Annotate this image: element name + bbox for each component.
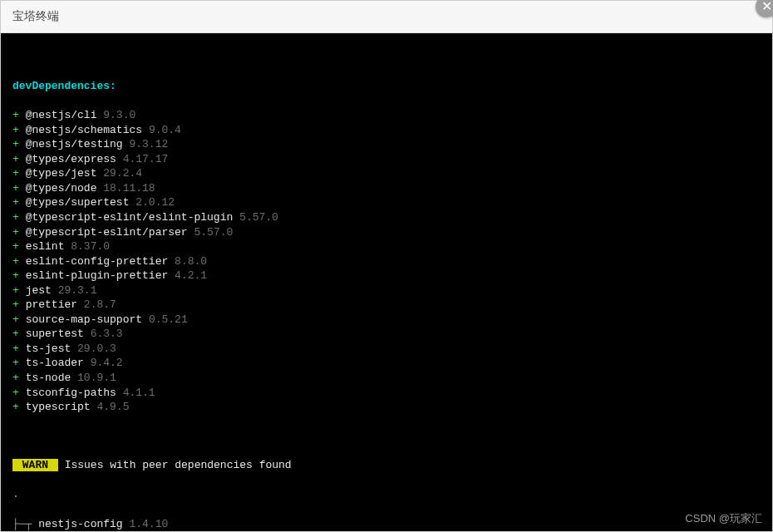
dep-version: 9.3.12 bbox=[129, 138, 168, 150]
dep-row: + ts-loader 9.4.2 bbox=[12, 356, 761, 371]
dep-row: + @types/jest 29.2.4 bbox=[12, 166, 761, 181]
plus-icon: + bbox=[12, 342, 19, 355]
dep-version: 4.1.1 bbox=[123, 387, 155, 399]
dep-version: 5.57.0 bbox=[194, 226, 233, 239]
dep-version: 29.3.1 bbox=[58, 284, 97, 297]
dep-row: + @types/express 4.17.17 bbox=[12, 152, 761, 167]
dep-row: + @types/supertest 2.0.12 bbox=[12, 195, 761, 210]
tree-pkg-name: nestjs-config bbox=[38, 518, 122, 530]
dep-row: + ts-node 10.9.1 bbox=[12, 371, 761, 386]
warn-message: Issues with peer dependencies found bbox=[65, 459, 292, 471]
plus-icon: + bbox=[12, 226, 19, 239]
plus-icon: + bbox=[12, 138, 19, 150]
dep-version: 0.5.21 bbox=[149, 313, 188, 326]
dep-version: 4.2.1 bbox=[175, 269, 207, 282]
dep-name: eslint bbox=[26, 240, 65, 253]
dep-version: 4.9.5 bbox=[96, 401, 129, 413]
dep-row: + eslint-plugin-prettier 4.2.1 bbox=[12, 268, 761, 283]
window-title: 宝塔终端 bbox=[12, 9, 59, 24]
plus-icon: + bbox=[12, 240, 19, 253]
dep-row: + prettier 2.8.7 bbox=[12, 298, 761, 313]
dep-row: + source-map-support 0.5.21 bbox=[12, 313, 761, 328]
dep-version: 4.17.17 bbox=[123, 153, 169, 165]
dep-name: jest bbox=[26, 284, 52, 297]
dep-name: prettier bbox=[26, 298, 77, 311]
dep-version: 10.9.1 bbox=[77, 372, 116, 384]
plus-icon: + bbox=[12, 357, 19, 369]
dep-row: + @typescript-eslint/parser 5.57.0 bbox=[12, 225, 761, 240]
dep-version: 6.3.3 bbox=[91, 328, 123, 340]
plus-icon: + bbox=[12, 153, 19, 165]
dep-row: + jest 29.3.1 bbox=[12, 283, 761, 298]
dep-version: 9.4.2 bbox=[91, 357, 123, 369]
dep-version: 9.3.0 bbox=[103, 109, 135, 121]
dep-row: + typescript 4.9.5 bbox=[12, 400, 761, 415]
dep-row: + @typescript-eslint/eslint-plugin 5.57.… bbox=[12, 210, 761, 225]
dep-name: typescript bbox=[26, 401, 91, 413]
dep-row: + eslint-config-prettier 8.8.0 bbox=[12, 254, 761, 269]
dep-name: source-map-support bbox=[26, 313, 142, 326]
dep-name: @nestjs/testing bbox=[26, 138, 123, 150]
dep-version: 29.2.4 bbox=[103, 167, 142, 180]
dep-row: + @nestjs/cli 9.3.0 bbox=[12, 108, 761, 123]
terminal-window: 宝塔终端 ✕ devDependencies: + @nestjs/cli 9.… bbox=[0, 0, 773, 532]
tree-pkg-version: 1.4.10 bbox=[129, 518, 168, 530]
warn-badge: WARN bbox=[12, 459, 58, 471]
dep-name: ts-loader bbox=[26, 357, 84, 369]
plus-icon: + bbox=[12, 124, 19, 136]
plus-icon: + bbox=[12, 182, 19, 195]
plus-icon: + bbox=[12, 328, 19, 340]
plus-icon: + bbox=[12, 372, 19, 384]
plus-icon: + bbox=[12, 298, 19, 311]
plus-icon: + bbox=[12, 167, 19, 180]
dep-row: + @nestjs/testing 9.3.12 bbox=[12, 137, 761, 152]
plus-icon: + bbox=[12, 401, 19, 413]
plus-icon: + bbox=[12, 313, 19, 326]
dep-name: @types/supertest bbox=[26, 196, 130, 209]
dep-name: @typescript-eslint/eslint-plugin bbox=[26, 211, 234, 224]
dep-row: + @nestjs/schematics 9.0.4 bbox=[12, 123, 761, 138]
plus-icon: + bbox=[12, 269, 19, 282]
dep-row: + eslint 8.37.0 bbox=[12, 239, 761, 254]
dep-version: 18.11.18 bbox=[103, 182, 155, 195]
dep-version: 9.0.4 bbox=[149, 124, 181, 136]
dep-row: + supertest 6.3.3 bbox=[12, 327, 761, 342]
dep-name: supertest bbox=[26, 328, 84, 340]
dep-name: eslint-plugin-prettier bbox=[26, 269, 169, 282]
dep-row: + tsconfig-paths 4.1.1 bbox=[12, 386, 761, 401]
dep-version: 5.57.0 bbox=[239, 211, 278, 224]
dep-version: 2.8.7 bbox=[84, 298, 116, 311]
dep-name: @nestjs/schematics bbox=[26, 124, 142, 136]
title-bar: 宝塔终端 ✕ bbox=[1, 1, 772, 33]
dep-name: @nestjs/cli bbox=[26, 109, 97, 121]
plus-icon: + bbox=[12, 387, 19, 399]
dep-name: @typescript-eslint/parser bbox=[26, 226, 188, 239]
dep-version: 8.8.0 bbox=[175, 255, 207, 268]
plus-icon: + bbox=[12, 284, 19, 297]
dep-version: 2.0.12 bbox=[135, 196, 175, 209]
dep-name: eslint-config-prettier bbox=[26, 255, 169, 268]
plus-icon: + bbox=[12, 196, 19, 209]
plus-icon: + bbox=[12, 211, 19, 224]
tree-prefix: ├─┬ bbox=[12, 518, 38, 530]
close-icon[interactable]: ✕ bbox=[756, 0, 773, 17]
dep-name: @types/express bbox=[26, 153, 116, 165]
dep-row: + ts-jest 29.0.3 bbox=[12, 342, 761, 357]
tree-root: . bbox=[12, 487, 761, 502]
plus-icon: + bbox=[12, 109, 19, 121]
dep-name: ts-jest bbox=[26, 342, 71, 355]
plus-icon: + bbox=[12, 255, 19, 268]
watermark: CSDN @玩家汇 bbox=[685, 511, 762, 526]
section-header: devDependencies: bbox=[12, 80, 116, 92]
terminal-body[interactable]: devDependencies: + @nestjs/cli 9.3.0+ @n… bbox=[1, 33, 772, 531]
dep-version: 29.0.3 bbox=[77, 342, 116, 355]
dep-name: @types/node bbox=[26, 182, 97, 195]
dep-name: ts-node bbox=[26, 372, 71, 384]
dep-name: @types/jest bbox=[26, 167, 97, 180]
dep-name: tsconfig-paths bbox=[26, 387, 116, 399]
tree-row: ├─┬ nestjs-config 1.4.10 bbox=[12, 517, 761, 532]
dep-version: 8.37.0 bbox=[71, 240, 110, 253]
dep-row: + @types/node 18.11.18 bbox=[12, 181, 761, 196]
